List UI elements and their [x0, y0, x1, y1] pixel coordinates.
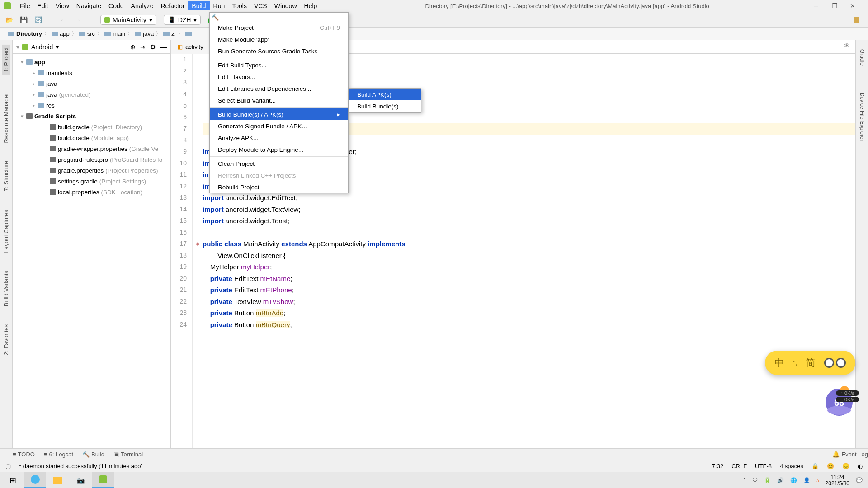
- tree-node[interactable]: local.properties (SDK Location): [13, 187, 170, 197]
- menu-refactor[interactable]: Refactor: [157, 1, 188, 10]
- menu-item[interactable]: Clean Project: [210, 158, 348, 169]
- breadcrumb-item[interactable]: main: [104, 30, 125, 37]
- taskbar-app-camera[interactable]: 📷: [70, 472, 91, 488]
- tray-network-icon[interactable]: 🌐: [790, 477, 797, 483]
- tray-battery-icon[interactable]: 🔋: [764, 477, 771, 483]
- file-encoding[interactable]: UTF-8: [755, 463, 772, 469]
- menu-item[interactable]: Edit Build Types...: [210, 59, 348, 71]
- tree-view-label[interactable]: Android: [31, 43, 53, 51]
- tree-node[interactable]: ▾Gradle Scripts: [13, 111, 170, 122]
- back-icon[interactable]: ←: [60, 16, 67, 23]
- tree-node[interactable]: ▾app: [13, 56, 170, 67]
- tool-layout-captures[interactable]: Layout Captures: [3, 210, 9, 253]
- tree-node[interactable]: gradle.properties (Project Properties): [13, 165, 170, 176]
- close-button[interactable]: ✕: [850, 2, 857, 9]
- minimize-button[interactable]: ─: [814, 2, 821, 9]
- menu-item[interactable]: Edit Libraries and Dependencies...: [210, 83, 348, 94]
- ime-mode[interactable]: 简: [806, 356, 816, 370]
- sync-icon[interactable]: 🔄: [34, 16, 42, 23]
- status-icon[interactable]: ▢: [5, 463, 11, 469]
- start-button[interactable]: ⊞: [2, 472, 24, 488]
- menu-build[interactable]: Build: [188, 1, 209, 10]
- tool-gradle[interactable]: Gradle: [859, 49, 865, 66]
- menu-window[interactable]: Window: [271, 1, 301, 10]
- line-separator[interactable]: CRLF: [731, 463, 747, 469]
- breadcrumb-item[interactable]: app: [52, 30, 70, 37]
- ime-widget[interactable]: 中 °, 简: [765, 351, 855, 375]
- tool-structure[interactable]: 7: Structure: [3, 161, 9, 191]
- menu-vcs[interactable]: VCS: [250, 1, 271, 10]
- tool-resource-manager[interactable]: Resource Manager: [3, 93, 9, 143]
- menu-navigate[interactable]: Navigate: [73, 1, 105, 10]
- breadcrumb-item[interactable]: zj: [163, 30, 175, 37]
- menu-code[interactable]: Code: [105, 1, 127, 10]
- tray-app-icon[interactable]: ઽ: [816, 477, 819, 483]
- tree-node[interactable]: ▸res: [13, 100, 170, 111]
- tray-volume-icon[interactable]: 🔊: [777, 477, 784, 483]
- menu-item[interactable]: Generate Signed Bundle / APK...: [210, 120, 348, 132]
- tool-device-file-explorer[interactable]: Device File Explorer: [859, 93, 865, 141]
- taskbar-app-browser[interactable]: [24, 472, 46, 488]
- breadcrumb-item[interactable]: src: [79, 30, 95, 37]
- editor-tab[interactable]: ◧ activity: [171, 40, 210, 54]
- taskbar-app-explorer[interactable]: [47, 472, 69, 488]
- tool-favorites[interactable]: 2: Favorites: [3, 324, 9, 355]
- target-icon[interactable]: ⊕: [130, 43, 136, 51]
- tree-node[interactable]: settings.gradle (Project Settings): [13, 176, 170, 187]
- tree-node[interactable]: ▸java (generated): [13, 89, 170, 100]
- breadcrumb-item[interactable]: Directory: [8, 30, 42, 37]
- hide-icon[interactable]: —: [160, 43, 167, 51]
- menu-item[interactable]: Edit Flavors...: [210, 71, 348, 83]
- face-happy-icon[interactable]: 😊: [827, 463, 834, 469]
- menu-item[interactable]: Select Build Variant...: [210, 94, 348, 106]
- menu-file[interactable]: File: [16, 1, 34, 10]
- tree-node[interactable]: build.gradle (Project: Directory): [13, 122, 170, 132]
- event-log-button[interactable]: 🔔 Event Log: [832, 451, 868, 458]
- breadcrumb-item[interactable]: java: [135, 30, 154, 37]
- expand-icon[interactable]: [854, 17, 859, 23]
- tree-node[interactable]: proguard-rules.pro (ProGuard Rules fo: [13, 154, 170, 165]
- submenu-item[interactable]: Build APK(s): [349, 89, 421, 100]
- tray-chevron-icon[interactable]: ˄: [743, 477, 746, 483]
- menu-run[interactable]: Run: [210, 1, 229, 10]
- tool-todo[interactable]: ≡ TODO: [13, 451, 35, 458]
- tray-ime-icon[interactable]: 👤: [803, 477, 810, 483]
- processes-icon[interactable]: ◐: [858, 463, 863, 469]
- menu-item[interactable]: Rebuild Project: [210, 181, 348, 193]
- face-sad-icon[interactable]: 😞: [842, 463, 849, 469]
- menu-help[interactable]: Help: [301, 1, 321, 10]
- lock-icon[interactable]: 🔒: [811, 463, 819, 469]
- menu-item[interactable]: Build Bundle(s) / APK(s)▸: [210, 108, 348, 120]
- tool-logcat[interactable]: ≡ 6: Logcat: [44, 451, 73, 458]
- tree-node[interactable]: build.gradle (Module: app): [13, 132, 170, 143]
- tool-terminal[interactable]: ▣ Terminal: [113, 451, 143, 458]
- taskbar-app-android-studio[interactable]: [92, 472, 114, 488]
- menu-item[interactable]: Run Generate Sources Gradle Tasks: [210, 45, 348, 57]
- tree-node[interactable]: gradle-wrapper.properties (Gradle Ve: [13, 143, 170, 154]
- notifications-icon[interactable]: 💬: [856, 477, 863, 483]
- menu-item[interactable]: Analyze APK...: [210, 132, 348, 144]
- breadcrumb-item[interactable]: [185, 32, 192, 36]
- forward-icon[interactable]: →: [75, 16, 82, 23]
- submenu-item[interactable]: Build Bundle(s): [349, 100, 421, 112]
- indent-setting[interactable]: 4 spaces: [780, 463, 803, 469]
- menu-item[interactable]: Make Module 'app': [210, 33, 348, 45]
- menu-tools[interactable]: Tools: [228, 1, 250, 10]
- menu-analyze[interactable]: Analyze: [127, 1, 157, 10]
- ime-lang[interactable]: 中: [774, 356, 784, 370]
- tree-arrow-icon[interactable]: ▾: [16, 43, 19, 51]
- open-icon[interactable]: 📂: [5, 16, 13, 23]
- maximize-button[interactable]: ❐: [832, 2, 839, 9]
- device-selector[interactable]: 📱 DZH ▾: [164, 15, 201, 25]
- clock[interactable]: 11:24 2021/5/30: [826, 474, 849, 487]
- tree-node[interactable]: ▸manifests: [13, 67, 170, 78]
- tool-build-variants[interactable]: Build Variants: [3, 271, 9, 306]
- menu-item[interactable]: Make ProjectCtrl+F9: [210, 22, 348, 33]
- save-icon[interactable]: 💾: [20, 16, 27, 23]
- tool-project[interactable]: 1: Project: [2, 45, 10, 75]
- run-config-selector[interactable]: MainActivity ▾: [100, 15, 156, 25]
- menu-view[interactable]: View: [52, 1, 73, 10]
- menu-edit[interactable]: Edit: [34, 1, 52, 10]
- tree-node[interactable]: ▸java: [13, 78, 170, 89]
- menu-item[interactable]: Deploy Module to App Engine...: [210, 144, 348, 155]
